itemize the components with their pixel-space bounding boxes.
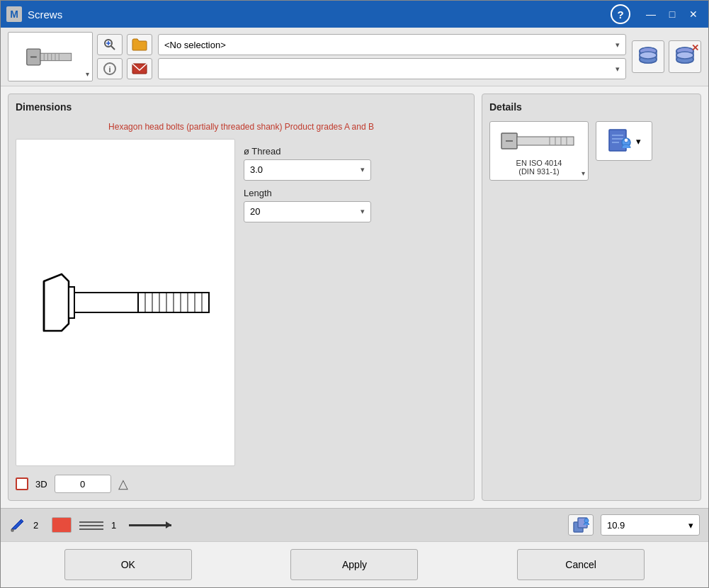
thread-select-arrow: ▾ [361,165,365,174]
color-swatch[interactable] [52,517,72,533]
line-style-icon [79,516,104,533]
details-panel: Details EN IS [482,94,701,501]
search-icon [103,38,117,52]
person-icon-button[interactable]: ▾ [596,121,652,161]
checkbox-3d[interactable] [16,477,28,490]
dimensions-panel: Dimensions Hexagon head bolts (partially… [8,94,475,501]
line-sample [129,524,171,526]
thread-select[interactable]: 3.0 ▾ [244,159,371,181]
bottom-bar: 2 1 10.9 ▾ [1,508,708,541]
folder-button[interactable] [127,34,152,55]
bolt-std-icon [500,126,578,156]
dimensions-subtitle: Hexagon head bolts (partially threaded s… [16,121,467,133]
db2-close-icon: ✕ [691,43,699,53]
app-icon: M [6,6,22,22]
selection-dropdown-arrow: ▾ [616,40,620,50]
dim-value-input[interactable]: 0 [55,475,111,493]
svg-text:i: i [108,65,110,74]
dimensions-title: Dimensions [16,101,467,113]
svg-line-9 [111,46,115,50]
dim-content: ø Thread 3.0 ▾ Length 20 ▾ [16,139,467,466]
window-controls: — □ ✕ [642,6,703,23]
svg-rect-2 [40,53,72,61]
blueprint-person-icon [608,127,633,155]
database1-icon [635,44,661,69]
copy-button[interactable] [568,514,594,536]
svg-rect-39 [517,137,574,145]
grade-select[interactable]: 10.9 ▾ [601,514,700,536]
svg-rect-25 [69,287,74,318]
length-control-group: Length 20 ▾ [244,188,371,222]
thread-label: ø Thread [244,146,371,157]
info-icon: i [103,62,117,76]
ok-button[interactable]: OK [64,549,192,580]
database2-button[interactable]: ✕ [669,40,701,73]
dim-controls: ø Thread 3.0 ▾ Length 20 ▾ [244,139,371,466]
toolbar: ▾ [1,28,708,86]
svg-point-18 [640,52,657,59]
toolbar-left: ▾ [8,32,152,81]
toolbar-dropdowns: <No selection> ▾ ▾ [158,34,626,79]
toolbar-right: ✕ [632,40,701,73]
content-area: Dimensions Hexagon head bolts (partially… [1,86,708,508]
title-bar: M Screws ? — □ ✕ [1,1,708,28]
component-selector-arrow: ▾ [86,70,89,78]
help-button[interactable]: ? [611,4,630,24]
toolbar-icon-buttons: i [97,34,152,79]
svg-point-49 [624,138,628,142]
length-label: Length [244,188,371,198]
grade-select-arrow: ▾ [688,520,693,531]
maximize-button[interactable]: □ [663,6,681,23]
length-select-arrow: ▾ [361,207,365,216]
svg-marker-23 [44,274,69,331]
line-width-value: 2 [33,520,45,531]
svg-rect-26 [74,293,138,312]
message-button[interactable] [127,58,152,79]
action-buttons: OK Apply Cancel [1,541,708,587]
pen-icon [9,516,26,533]
search-button[interactable] [97,34,123,55]
svg-point-55 [584,519,589,523]
selection-dropdown[interactable]: <No selection> ▾ [158,34,626,55]
line-sample-container [126,524,171,526]
info-button[interactable]: i [97,58,123,79]
bottom-dim: 3D 0 △ [16,472,467,493]
message-icon [132,62,147,76]
secondary-dropdown-arrow: ▾ [616,64,620,74]
database1-button[interactable] [632,40,664,73]
bolt-diagram [16,139,235,466]
toolbar-row-top [97,34,152,55]
folder-icon [132,38,147,52]
apply-button[interactable]: Apply [290,549,418,580]
standard-name: EN ISO 4014 (DIN 931-1) [516,159,562,176]
standard-card[interactable]: EN ISO 4014 (DIN 931-1) ▾ [489,121,589,181]
toolbar-row-bottom: i [97,58,152,79]
angle-icon: △ [118,476,128,492]
component-selector[interactable]: ▾ [8,32,93,81]
close-button[interactable]: ✕ [684,6,703,23]
details-content: EN ISO 4014 (DIN 931-1) ▾ [489,121,693,181]
line-count-value: 1 [111,520,116,531]
length-select[interactable]: 20 ▾ [244,201,371,222]
copy-icon [572,516,589,533]
thread-control-group: ø Thread 3.0 ▾ [244,146,371,181]
bolt-diagram-svg [30,260,221,345]
label-3d: 3D [35,479,47,490]
minimize-button[interactable]: — [642,6,660,23]
secondary-dropdown[interactable]: ▾ [158,58,626,79]
main-window: M Screws ? — □ ✕ [0,0,709,588]
window-title: Screws [28,9,605,21]
details-title: Details [489,101,693,113]
cancel-button[interactable]: Cancel [517,549,645,580]
person-button-arrow: ▾ [636,136,641,147]
std-card-arrow: ▾ [582,169,585,177]
screw-thumbnail [25,39,75,74]
